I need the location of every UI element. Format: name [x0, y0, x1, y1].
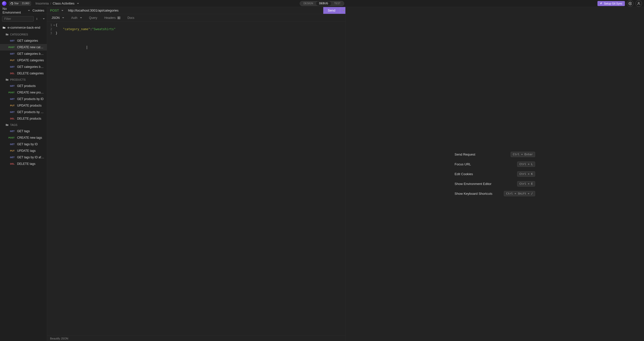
breadcrumb-app[interactable]: Insomnia — [35, 2, 49, 5]
breadcrumb-sep: / — [50, 2, 51, 5]
request-name: DELETE tags — [17, 162, 35, 166]
request-name: CREATE new category — [17, 45, 44, 49]
request-item[interactable]: GETGET products by ID — [0, 96, 47, 102]
env-label: No Environment — [3, 7, 25, 14]
request-name: GET categories — [17, 39, 38, 42]
request-item[interactable]: GETGET tags — [0, 128, 47, 134]
gear-icon — [628, 2, 632, 5]
request-item[interactable]: DELDELETE products — [0, 115, 47, 122]
auth-tab-label: Auth — [71, 16, 77, 20]
docs-tab[interactable]: Docs — [124, 14, 138, 22]
body-content: { "category_name":"Sweatshirts" } — [56, 23, 115, 35]
request-item[interactable]: POSTCREATE new tags — [0, 134, 47, 141]
request-item[interactable]: PUTUPDATE tags — [0, 148, 47, 154]
method-selector[interactable]: POST — [47, 7, 66, 14]
chevron-down-icon — [61, 10, 63, 11]
chevron-down-icon[interactable] — [77, 3, 79, 4]
request-item[interactable]: DELDELETE categories — [0, 70, 47, 77]
url-input[interactable]: http://localhost:3001/api/categories — [66, 7, 323, 14]
workspace-root[interactable]: e-commerce-back-end — [0, 24, 47, 31]
sidebar-filter-input[interactable] — [2, 16, 34, 22]
folder-categories[interactable]: CATEGORIES — [0, 31, 47, 37]
request-name: GET products by ID — [17, 97, 44, 101]
account-button[interactable] — [635, 0, 642, 7]
request-name: GET tags by ID after PUT — [17, 156, 44, 159]
svg-point-1 — [638, 2, 639, 3]
body-tab[interactable]: JSON — [48, 14, 68, 22]
request-name: DELETE categories — [17, 72, 44, 75]
headers-count-badge: 1 — [117, 16, 120, 19]
user-icon — [637, 2, 640, 5]
request-item[interactable]: GETGET products by ID after PUT — [0, 109, 47, 115]
hint-label: Focus URL — [455, 162, 471, 166]
chevron-down-icon — [62, 17, 64, 18]
request-item[interactable]: GETGET categories by ID — [0, 51, 47, 57]
request-name: CREATE new products — [17, 91, 44, 94]
fold-toggle[interactable]: ▾ — [53, 23, 55, 27]
workspace-name: e-commerce-back-end — [8, 26, 40, 29]
tab-design[interactable]: DESIGN — [300, 1, 316, 6]
body-editor[interactable]: 123 ▾ { "category_name":"Sweatshirts" } — [47, 22, 345, 335]
method-badge: DEL — [8, 117, 15, 120]
folder-products[interactable]: PRODUCTS — [0, 77, 47, 83]
method-badge: DEL — [8, 163, 15, 165]
auth-tab[interactable]: Auth — [68, 14, 86, 22]
method-badge: GET — [8, 66, 15, 68]
text-cursor — [87, 46, 87, 49]
settings-button[interactable] — [627, 0, 633, 7]
plus-icon — [41, 18, 41, 20]
github-star-count: 23,863 — [20, 2, 29, 5]
method-badge: GET — [8, 53, 15, 55]
shortcut-hint: Show Keyboard ShortcutsCtrl + Shift + / — [455, 191, 535, 196]
request-name: GET tags — [17, 129, 30, 133]
top-bar: Star 23,863 Insomnia / Class Activities … — [0, 0, 644, 7]
request-item[interactable]: GETGET tags by ID after PUT — [0, 154, 47, 161]
request-item[interactable]: GETGET products — [0, 83, 47, 89]
git-sync-label: Setup Git Sync — [604, 2, 622, 5]
chevron-down-icon — [80, 17, 82, 18]
method-label: POST — [50, 9, 59, 12]
request-item[interactable]: GETGET categories — [0, 37, 47, 44]
cookies-button[interactable]: Cookies — [32, 9, 44, 12]
environment-selector[interactable]: No Environment — [3, 7, 30, 14]
request-item[interactable]: DELDELETE tags — [0, 161, 47, 167]
github-star-button[interactable]: Star 23,863 — [9, 2, 31, 6]
beautify-button[interactable]: Beautify JSON — [47, 335, 345, 341]
send-button[interactable]: Send — [323, 7, 340, 14]
request-name: UPDATE tags — [17, 149, 36, 153]
method-badge: POST — [8, 46, 15, 48]
hint-label: Show Environment Editor — [455, 182, 492, 186]
breadcrumb-project[interactable]: Class Activities — [53, 2, 74, 5]
request-item[interactable]: PUTUPDATE products — [0, 102, 47, 109]
request-item[interactable]: POSTCREATE new products — [0, 89, 47, 96]
mode-tabs: DESIGN DEBUG TEST — [300, 1, 344, 6]
add-button[interactable] — [41, 17, 45, 21]
query-tab[interactable]: Query — [86, 14, 101, 22]
github-star-label: Star — [14, 2, 19, 5]
request-item[interactable]: POSTCREATE new category — [0, 44, 47, 51]
method-badge: GET — [8, 130, 15, 132]
branch-icon — [600, 2, 602, 5]
shortcut-hint: Send RequestCtrl + Enter — [455, 152, 535, 157]
tab-debug[interactable]: DEBUG — [316, 1, 331, 6]
chevron-down-icon — [43, 18, 45, 19]
request-item[interactable]: GETGET categories by ID after P... — [0, 64, 47, 70]
sort-icon — [36, 17, 39, 20]
git-sync-button[interactable]: Setup Git Sync — [597, 1, 625, 6]
hint-label: Edit Cookies — [455, 172, 473, 176]
sort-button[interactable] — [35, 17, 39, 21]
send-dropdown[interactable] — [340, 7, 345, 14]
chevron-down-icon — [28, 10, 30, 11]
request-name: GET products by ID after PUT — [17, 110, 44, 114]
github-icon — [11, 2, 13, 5]
request-item[interactable]: PUTUPDATE categories — [0, 57, 47, 64]
folder-tags[interactable]: TAGS — [0, 122, 47, 128]
request-name: CREATE new tags — [17, 136, 42, 139]
headers-tab[interactable]: Headers 1 — [101, 14, 124, 22]
request-name: GET tags by ID — [17, 142, 38, 146]
method-badge: PUT — [8, 104, 15, 107]
tab-test[interactable]: TEST — [331, 1, 344, 6]
headers-tab-label: Headers — [104, 16, 115, 20]
request-item[interactable]: GETGET tags by ID — [0, 141, 47, 148]
method-badge: GET — [8, 39, 15, 42]
